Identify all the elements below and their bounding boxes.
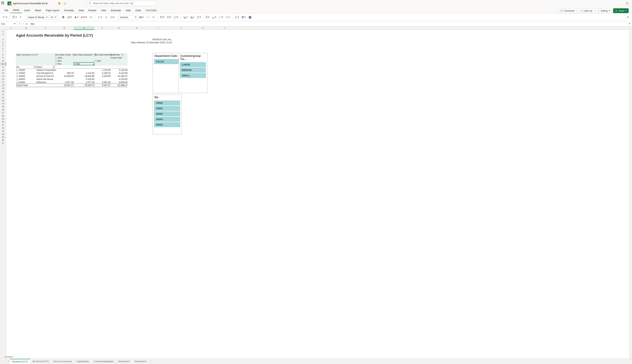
find-button[interactable] (225, 14, 230, 20)
merge-button[interactable] (110, 14, 115, 20)
settings-gear-icon[interactable] (625, 2, 629, 5)
share-icon (615, 10, 617, 12)
increase-decimal-button[interactable]: .0 (145, 14, 150, 20)
sync-refresh-icon[interactable] (63, 2, 66, 5)
svg-rect-21 (184, 16, 185, 18)
comments-button[interactable]: Comments (558, 8, 577, 13)
chevron-down-icon (14, 24, 16, 24)
font-family-selector[interactable]: Segoe UI (Body) (27, 15, 49, 20)
sensitivity-button[interactable] (234, 14, 240, 20)
format-table-button[interactable] (166, 14, 172, 20)
svg-text:.0: .0 (146, 16, 147, 18)
name-box-value: E11 (1, 22, 5, 25)
share-button[interactable]: Share (613, 8, 628, 13)
cell-styles-button[interactable] (173, 14, 179, 20)
delete-cells-button[interactable] (189, 14, 195, 20)
font-family-value: Segoe UI (Body) (28, 16, 44, 18)
ribbon-expand-button[interactable] (625, 14, 630, 20)
svg-line-1 (90, 4, 91, 4)
editing-label: Editing (601, 10, 608, 12)
bold-button[interactable]: B (61, 14, 66, 20)
pencil-icon (597, 10, 600, 12)
currency-button[interactable]: $€ (139, 14, 144, 20)
tab-automate[interactable]: Automate (109, 8, 123, 13)
tab-file[interactable]: File (2, 8, 11, 13)
comments-label: Comments (564, 10, 575, 12)
tab-pivottable[interactable]: PivotTable (143, 8, 159, 13)
tab-formulas[interactable]: Formulas (62, 8, 76, 13)
copilot-button[interactable] (247, 14, 252, 20)
catch-up-label: Catch up (584, 10, 592, 12)
expand-formula-bar-icon[interactable] (629, 24, 630, 24)
svg-point-26 (226, 16, 227, 18)
more-font-options[interactable]: ••• (89, 14, 93, 20)
svg-rect-17 (160, 16, 161, 17)
font-size-selector[interactable]: 10 (50, 15, 57, 20)
privacy-shield-icon[interactable] (58, 2, 61, 5)
tab-home[interactable]: Home (11, 7, 22, 13)
formula-bar: E11 ✕ ✓ fx Mar (0, 21, 632, 26)
ribbon-tab-strip: File Home Insert Share Page Layout Formu… (0, 7, 632, 13)
insert-cells-button[interactable] (182, 14, 188, 20)
align-button[interactable] (97, 14, 103, 20)
fx-icon[interactable]: fx (26, 22, 28, 25)
tab-data[interactable]: Data (76, 8, 86, 13)
svg-rect-33 (243, 17, 244, 18)
sort-filter-button[interactable] (218, 14, 224, 20)
tab-insert[interactable]: Insert (22, 8, 33, 13)
svg-rect-32 (242, 17, 243, 18)
paste-button[interactable] (11, 14, 18, 20)
excel-app-icon: X (8, 2, 11, 5)
title-bar: X Aged Accounts Receivable Excel Search … (0, 0, 632, 7)
share-label: Share (618, 10, 624, 12)
svg-rect-31 (243, 16, 244, 17)
editing-mode-button[interactable]: Editing (596, 8, 612, 13)
svg-text:.00: .00 (152, 16, 154, 18)
format-painter-button[interactable] (19, 14, 23, 20)
tab-view[interactable]: View (99, 8, 109, 13)
activity-icon (580, 9, 583, 12)
addins-button[interactable] (241, 14, 246, 20)
tab-draw[interactable]: Draw (133, 8, 143, 13)
svg-rect-25 (197, 16, 199, 18)
search-placeholder: Search for tools, help, and more (Alt + … (93, 2, 133, 4)
number-format-selector[interactable]: General (119, 15, 138, 20)
comment-icon (560, 9, 563, 12)
svg-point-34 (249, 16, 251, 18)
svg-rect-18 (167, 16, 169, 18)
borders-button[interactable] (67, 14, 73, 20)
tab-review[interactable]: Review (86, 8, 99, 13)
conditional-format-button[interactable] (159, 14, 165, 20)
name-box[interactable]: E11 (0, 21, 17, 26)
decrease-decimal-button[interactable]: .00 (151, 14, 156, 20)
tab-page-layout[interactable]: Page Layout (44, 8, 62, 13)
search-box[interactable]: Search for tools, help, and more (Alt + … (87, 1, 156, 6)
search-icon (89, 2, 91, 5)
tab-share[interactable]: Share (33, 8, 44, 13)
svg-rect-20 (174, 16, 176, 18)
wrap-text-button[interactable] (104, 14, 109, 20)
autosum-button[interactable]: Σ (205, 14, 210, 20)
fill-color-button[interactable] (74, 14, 79, 20)
accept-formula-icon[interactable]: ✓ (22, 22, 24, 25)
svg-point-2 (627, 3, 628, 4)
svg-line-27 (227, 18, 228, 18)
tab-help[interactable]: Help (123, 8, 133, 13)
catch-up-button[interactable]: Catch up (578, 8, 594, 13)
clear-button[interactable] (211, 14, 217, 20)
number-format-value: General (120, 16, 128, 18)
document-title[interactable]: Aged Accounts Receivable Excel (13, 2, 48, 5)
font-color-button[interactable]: A (80, 14, 88, 20)
svg-point-29 (236, 18, 236, 18)
formula-input[interactable]: Mar (29, 22, 34, 25)
font-size-value: 10 (51, 16, 53, 18)
ribbon-toolbar: Segoe UI (Body) 10 B A ••• General $€ .0… (0, 13, 632, 21)
app-launcher-icon[interactable] (1, 2, 5, 5)
cancel-formula-icon[interactable]: ✕ (19, 22, 21, 25)
format-cells-button[interactable] (196, 14, 202, 20)
svg-point-0 (89, 2, 90, 4)
svg-rect-8 (75, 18, 77, 18)
chevron-down-icon (625, 10, 627, 11)
undo-button[interactable] (2, 14, 8, 20)
svg-rect-30 (242, 16, 243, 17)
